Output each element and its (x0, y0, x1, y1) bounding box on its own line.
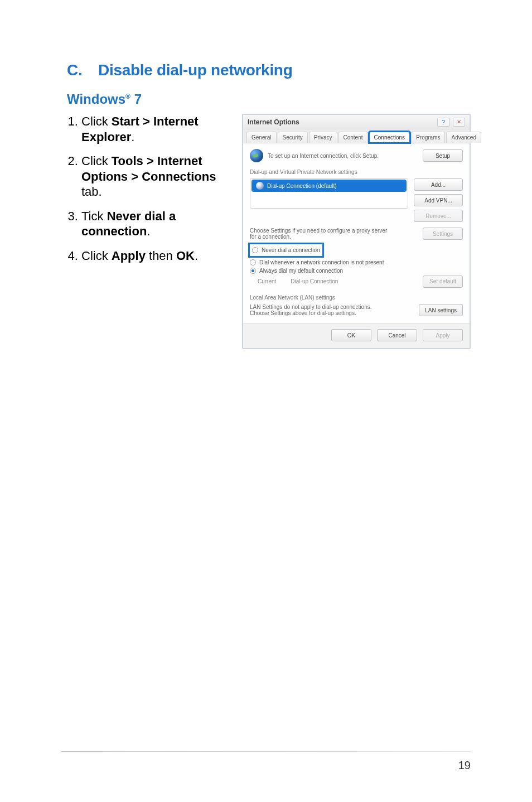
step-text: Click (81, 154, 112, 168)
step-text: . (195, 249, 198, 263)
dialog-titlebar: Internet Options (243, 115, 470, 129)
step-bold: OK (176, 249, 195, 263)
cancel-button[interactable]: Cancel (377, 329, 417, 341)
heading-letter: C. (67, 61, 98, 79)
radio-never[interactable]: Never dial a connection (252, 246, 320, 254)
step-text: Tick (81, 209, 107, 223)
choose-text: Choose Settings if you need to configure… (250, 228, 389, 240)
radio-label: Never dial a connection (262, 247, 320, 253)
current-value: Dial-up Connection (291, 278, 338, 284)
list-side-buttons: Add... Add VPN... Remove... (414, 178, 463, 222)
tab-content[interactable]: Content (338, 132, 368, 143)
setup-text: To set up an Internet connection, click … (268, 153, 418, 159)
lan-text: LAN Settings do not apply to dial-up con… (250, 304, 373, 316)
step-2: Click Tools > Internet Options > Connect… (81, 153, 226, 200)
setup-button[interactable]: Setup (423, 149, 463, 162)
choose-settings-row: Choose Settings if you need to configure… (250, 228, 463, 240)
list-item[interactable]: Dial-up Connection (default) (253, 181, 405, 191)
steps-list: Click Start > Internet Explorer. Click T… (67, 114, 226, 263)
content-columns: Click Start > Internet Explorer. Click T… (67, 114, 471, 349)
step-3: Tick Never dial a connection. (81, 209, 226, 239)
step-bold: Apply (112, 249, 146, 263)
radio-label: Always dial my default connection (259, 268, 343, 274)
radio-icon (252, 247, 258, 253)
internet-options-dialog: Internet Options General Security Privac… (242, 114, 471, 349)
tab-advanced[interactable]: Advanced (446, 132, 481, 143)
heading-title: Disable dial-up networking (98, 61, 292, 79)
current-row: Current Dial-up Connection Set default (250, 275, 463, 288)
os-version: 7 (134, 91, 142, 107)
steps-column: Click Start > Internet Explorer. Click T… (67, 114, 226, 349)
step-text: . (131, 130, 134, 144)
radio-always[interactable]: Always dial my default connection (250, 267, 463, 275)
remove-button[interactable]: Remove... (414, 210, 463, 222)
apply-button[interactable]: Apply (423, 329, 463, 341)
lan-header: Local Area Network (LAN) settings (250, 294, 463, 301)
add-button[interactable]: Add... (414, 178, 463, 191)
list-item-label: Dial-up Connection (default) (267, 183, 337, 189)
page-number: 19 (458, 759, 471, 772)
tab-privacy[interactable]: Privacy (309, 132, 337, 143)
current-kv: Current Dial-up Connection (258, 278, 338, 284)
lan-row: LAN Settings do not apply to dial-up con… (250, 304, 463, 316)
dun-header: Dial-up and Virtual Private Network sett… (250, 169, 463, 175)
radio-whenever[interactable]: Dial whenever a network connection is no… (250, 258, 463, 267)
radio-icon (250, 259, 256, 265)
step-text: . (147, 224, 150, 238)
footer-rule (61, 751, 471, 752)
os-heading: Windows® 7 (67, 91, 471, 107)
set-default-button[interactable]: Set default (423, 276, 463, 288)
dun-list-row: Dial-up Connection (default) Add... Add … (250, 178, 463, 222)
section-heading: C.Disable dial-up networking (67, 61, 471, 79)
step-text: tab. (81, 185, 102, 199)
ok-button[interactable]: OK (331, 329, 371, 341)
step-text: Click (81, 249, 112, 263)
dialog-title: Internet Options (248, 118, 299, 126)
radio-label: Dial whenever a network connection is no… (259, 259, 384, 265)
connections-panel: To set up an Internet connection, click … (243, 143, 470, 323)
globe-icon (250, 149, 263, 162)
page: C.Disable dial-up networking Windows® 7 … (0, 0, 532, 802)
window-buttons (437, 118, 465, 127)
tab-connections[interactable]: Connections (369, 132, 410, 143)
dial-mode-radios: Never dial a connection Dial whenever a … (250, 244, 463, 275)
tab-programs[interactable]: Programs (411, 132, 445, 143)
add-vpn-button[interactable]: Add VPN... (414, 194, 463, 206)
current-label: Current (258, 278, 276, 284)
tab-strip: General Security Privacy Content Connect… (243, 129, 470, 143)
step-text: Click (81, 114, 112, 128)
tab-general[interactable]: General (246, 132, 277, 143)
lan-settings-button[interactable]: LAN settings (419, 304, 463, 316)
radio-icon (250, 268, 256, 274)
step-text: then (146, 249, 176, 263)
registered-mark: ® (125, 93, 130, 100)
connection-icon (256, 182, 264, 190)
tab-security[interactable]: Security (278, 132, 308, 143)
os-name: Windows (67, 91, 125, 107)
connections-listbox[interactable]: Dial-up Connection (default) (250, 178, 408, 209)
setup-row: To set up an Internet connection, click … (250, 149, 463, 162)
close-button[interactable] (453, 118, 465, 127)
settings-button[interactable]: Settings (423, 228, 463, 240)
never-dial-highlight: Never dial a connection (250, 244, 322, 256)
step-1: Click Start > Internet Explorer. (81, 114, 226, 144)
help-button[interactable] (437, 118, 449, 127)
step-4: Click Apply then OK. (81, 248, 226, 264)
dialog-buttons: OK Cancel Apply (243, 323, 470, 348)
screenshot-column: Internet Options General Security Privac… (242, 114, 471, 349)
